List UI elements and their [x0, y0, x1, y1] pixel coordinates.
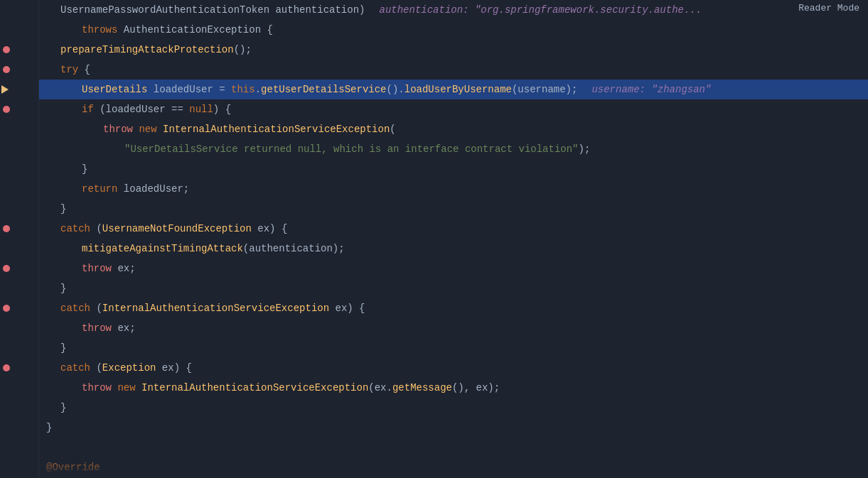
code-line-13: mitigateAgainstTimingAttack (authenticat…	[39, 239, 868, 259]
code-line-23	[39, 438, 868, 457]
code-token-close4: }	[60, 342, 66, 354]
code-token-null: null	[189, 104, 213, 115]
code-token-prepare: prepareTimingAttackProtection	[60, 44, 234, 55]
code-token-throw1: throw	[103, 124, 133, 135]
gutter-row-12	[0, 219, 33, 239]
gutter-row-6	[0, 99, 33, 119]
gutter-row-5	[0, 80, 33, 99]
code-token-ex2-semi: ex;	[112, 322, 136, 334]
code-space	[133, 124, 139, 135]
gutter-row-9	[0, 159, 33, 179]
code-token-parens: ();	[234, 44, 252, 55]
gutter-row-11	[0, 199, 33, 219]
code-area: Reader Mode UsernamePasswordAuthenticati…	[39, 0, 868, 478]
code-space2	[157, 124, 163, 135]
code-token-return: return	[82, 183, 117, 195]
gutter-row-21	[0, 398, 33, 418]
code-paren6: (	[90, 362, 102, 374]
code-token-new2: new	[117, 382, 135, 393]
code-token-brace-open: {	[78, 64, 90, 75]
code-paren5: (	[90, 303, 102, 314]
code-line-4: try {	[39, 60, 868, 80]
code-token-ex2: ex) {	[329, 303, 365, 314]
gutter-row-24	[0, 457, 33, 477]
code-line-16: catch ( InternalAuthenticationServiceExc…	[39, 298, 868, 318]
code-line-3: prepareTimingAttackProtection ();	[39, 40, 868, 60]
code-token-ex-semicolon: ex;	[112, 263, 136, 274]
code-line-8: "UserDetailsService returned null, which…	[39, 139, 868, 159]
code-token-unfe: UsernameNotFoundException	[102, 223, 252, 234]
gutter-row-23	[0, 438, 33, 457]
code-token-throws: throws	[82, 24, 117, 36]
code-token-throw4: throw	[82, 382, 112, 393]
code-token-close6: }	[46, 422, 52, 433]
gutter-row-7	[0, 119, 33, 139]
code-token-getmsg: getMessage	[392, 382, 452, 393]
code-space4	[112, 382, 117, 393]
breakpoint-14	[3, 265, 10, 272]
code-line-19: catch ( Exception ex) {	[39, 358, 868, 378]
code-line-20: throw new InternalAuthenticationServiceE…	[39, 378, 868, 398]
gutter-row-2	[0, 20, 33, 40]
code-token-paren2: (username);	[512, 84, 577, 95]
code-token-paren1: ().	[387, 84, 404, 95]
gutter-row-10	[0, 179, 33, 199]
code-paren4: (	[90, 223, 102, 234]
hint-authentication: authentication: "org.springframework.sec…	[379, 4, 702, 16]
code-token-close1: }	[82, 163, 87, 175]
code-line-5: UserDetails loadedUser = this . getUserD…	[39, 80, 868, 99]
code-token-eq: =	[213, 84, 231, 95]
code-line-14: throw ex;	[39, 259, 868, 278]
code-token-ex1: ex) {	[252, 223, 287, 234]
gutter-row-18	[0, 338, 33, 358]
code-token-close2: }	[60, 203, 66, 214]
gutter-row-8	[0, 139, 33, 159]
code-token-loadeduser: loadedUser	[154, 84, 213, 95]
code-token-if: if	[82, 104, 94, 115]
code-token-this: this	[231, 84, 255, 95]
code-token-ex3: ex) {	[156, 362, 191, 374]
code-line-18: }	[39, 338, 868, 358]
code-token-new1: new	[139, 124, 156, 135]
code-token-iase1: InternalAuthenticationServiceException	[163, 124, 390, 135]
code-token-iase3: InternalAuthenticationServiceException	[141, 382, 368, 393]
code-token-catch1: catch	[60, 223, 90, 234]
code-line-10: return loadedUser;	[39, 179, 868, 199]
code-token-brace: {	[261, 24, 273, 36]
code-paren3: (	[390, 124, 395, 135]
code-token-authexception: AuthenticationException	[124, 24, 261, 36]
code-line-6: if (loadedUser == null ) {	[39, 99, 868, 119]
code-token-close5: }	[60, 402, 66, 413]
breakpoint-16	[3, 305, 10, 312]
code-line-15: }	[39, 278, 868, 298]
code-line-11: }	[39, 199, 868, 219]
gutter-row-4	[0, 60, 33, 80]
hint-username: username: "zhangsan"	[591, 84, 711, 95]
code-token-dot: .	[255, 84, 261, 95]
gutter-row-14	[0, 259, 33, 278]
breakpoint-4	[3, 66, 10, 73]
code-line-24: @Override	[39, 457, 868, 477]
code-token-semicolon: );	[579, 143, 591, 155]
code-line-17: throw ex;	[39, 318, 868, 338]
code-token-paren-open: (loadedUser ==	[94, 104, 189, 115]
code-token-catch3: catch	[60, 362, 90, 374]
code-token-catch2: catch	[60, 303, 90, 314]
code-line-21: }	[39, 398, 868, 418]
code-token-getuds: getUserDetailsService	[261, 84, 386, 95]
code-token-iase2: InternalAuthenticationServiceException	[102, 303, 329, 314]
debug-arrow-5	[1, 85, 9, 94]
breakpoint-12	[3, 225, 10, 232]
code-line-7: throw new InternalAuthenticationServiceE…	[39, 119, 868, 139]
code-token-throw2: throw	[82, 263, 112, 274]
code-line-9: }	[39, 159, 868, 179]
gutter-row-20	[0, 378, 33, 398]
code-space3: loadedUser;	[117, 183, 189, 195]
gutter-row-15	[0, 278, 33, 298]
code-token-paren-close: ) {	[213, 104, 231, 115]
code-token-exception: Exception	[102, 362, 156, 374]
code-token-loaduser: loadUserByUsername	[404, 84, 512, 95]
code-token-try: try	[60, 64, 78, 75]
code-line-2: throws AuthenticationException {	[39, 20, 868, 40]
code-token-mitigate-arg: (authentication);	[243, 243, 345, 254]
